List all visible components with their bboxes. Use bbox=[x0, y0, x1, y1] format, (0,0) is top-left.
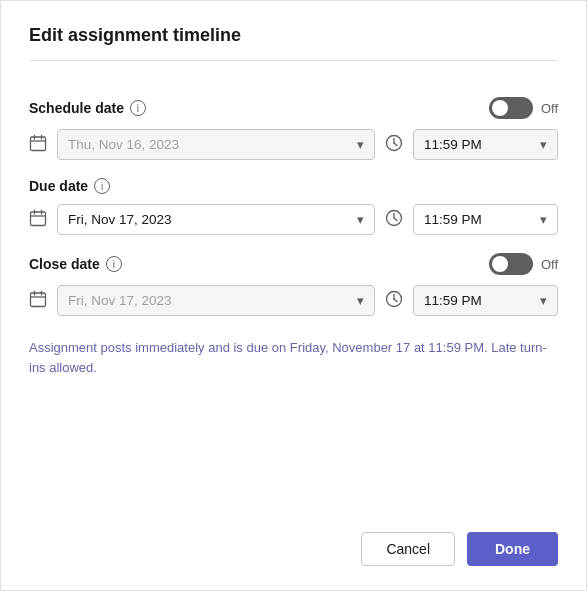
close-date-toggle-knob bbox=[492, 256, 508, 272]
close-date-toggle[interactable] bbox=[489, 253, 533, 275]
schedule-date-input[interactable]: Thu, Nov 16, 2023 ▾ bbox=[57, 129, 375, 160]
schedule-date-toggle-label: Off bbox=[541, 101, 558, 116]
due-date-fields-row: Fri, Nov 17, 2023 ▾ 11:59 PM ▾ bbox=[29, 204, 558, 235]
close-time-chevron-icon: ▾ bbox=[540, 293, 547, 308]
svg-line-13 bbox=[394, 218, 397, 221]
schedule-date-header: Schedule date i Off bbox=[29, 97, 558, 119]
due-time-value: 11:59 PM bbox=[424, 212, 532, 227]
close-date-toggle-row: Off bbox=[489, 253, 558, 275]
schedule-time-input[interactable]: 11:59 PM ▾ bbox=[413, 129, 558, 160]
close-date-section: Close date i Off Fri, Nov 17, 202 bbox=[29, 253, 558, 316]
due-date-input[interactable]: Fri, Nov 17, 2023 ▾ bbox=[57, 204, 375, 235]
due-date-calendar-icon bbox=[29, 209, 47, 231]
svg-line-20 bbox=[394, 299, 397, 302]
close-date-value: Fri, Nov 17, 2023 bbox=[68, 293, 349, 308]
due-date-info-icon[interactable]: i bbox=[94, 178, 110, 194]
assignment-info-text: Assignment posts immediately and is due … bbox=[29, 338, 558, 377]
done-button[interactable]: Done bbox=[467, 532, 558, 566]
schedule-date-toggle-row: Off bbox=[489, 97, 558, 119]
close-date-toggle-label: Off bbox=[541, 257, 558, 272]
schedule-date-value: Thu, Nov 16, 2023 bbox=[68, 137, 349, 152]
due-time-chevron-icon: ▾ bbox=[540, 212, 547, 227]
close-date-input[interactable]: Fri, Nov 17, 2023 ▾ bbox=[57, 285, 375, 316]
close-time-clock-icon bbox=[385, 290, 403, 312]
schedule-date-info-icon[interactable]: i bbox=[130, 100, 146, 116]
due-date-chevron-icon: ▾ bbox=[357, 212, 364, 227]
svg-rect-14 bbox=[31, 293, 46, 307]
due-date-label: Due date bbox=[29, 178, 88, 194]
close-date-header: Close date i Off bbox=[29, 253, 558, 275]
edit-assignment-timeline-dialog: Edit assignment timeline Schedule date i… bbox=[0, 0, 587, 591]
schedule-date-chevron-icon: ▾ bbox=[357, 137, 364, 152]
svg-rect-7 bbox=[31, 212, 46, 226]
close-date-label-row: Close date i bbox=[29, 256, 122, 272]
svg-rect-0 bbox=[31, 137, 46, 151]
close-date-chevron-icon: ▾ bbox=[357, 293, 364, 308]
dialog-title: Edit assignment timeline bbox=[29, 25, 558, 61]
dialog-footer: Cancel Done bbox=[29, 500, 558, 566]
close-time-input[interactable]: 11:59 PM ▾ bbox=[413, 285, 558, 316]
due-date-label-row: Due date i bbox=[29, 178, 110, 194]
close-date-calendar-icon bbox=[29, 290, 47, 312]
schedule-time-value: 11:59 PM bbox=[424, 137, 532, 152]
due-time-input[interactable]: 11:59 PM ▾ bbox=[413, 204, 558, 235]
due-date-section: Due date i Fri, Nov 17, 2023 ▾ bbox=[29, 178, 558, 235]
schedule-date-calendar-icon bbox=[29, 134, 47, 156]
schedule-date-label-row: Schedule date i bbox=[29, 100, 146, 116]
close-date-fields-row: Fri, Nov 17, 2023 ▾ 11:59 PM ▾ bbox=[29, 285, 558, 316]
schedule-date-section: Schedule date i Off Thu, Nov 16, bbox=[29, 97, 558, 160]
close-date-label: Close date bbox=[29, 256, 100, 272]
due-date-value: Fri, Nov 17, 2023 bbox=[68, 212, 349, 227]
due-date-header: Due date i bbox=[29, 178, 558, 194]
close-date-info-icon[interactable]: i bbox=[106, 256, 122, 272]
close-time-value: 11:59 PM bbox=[424, 293, 532, 308]
svg-line-6 bbox=[394, 143, 397, 146]
schedule-date-toggle[interactable] bbox=[489, 97, 533, 119]
schedule-date-toggle-knob bbox=[492, 100, 508, 116]
cancel-button[interactable]: Cancel bbox=[361, 532, 455, 566]
due-time-clock-icon bbox=[385, 209, 403, 231]
schedule-time-chevron-icon: ▾ bbox=[540, 137, 547, 152]
schedule-date-fields-row: Thu, Nov 16, 2023 ▾ 11:59 PM ▾ bbox=[29, 129, 558, 160]
schedule-time-clock-icon bbox=[385, 134, 403, 156]
schedule-date-label: Schedule date bbox=[29, 100, 124, 116]
